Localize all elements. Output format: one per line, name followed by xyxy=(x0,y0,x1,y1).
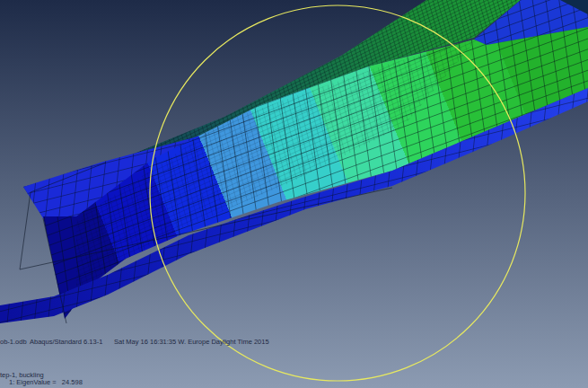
status-datetime: Sat May 16 16:31:35 W. Europe Daylight T… xyxy=(114,339,269,346)
status-product-version: Abaqus/Standard 6.13-1 xyxy=(30,339,102,346)
status-job-name: ob-1.odb xyxy=(0,339,27,346)
model-canvas[interactable] xyxy=(0,0,588,388)
state-eigenvalue-label: 1: EigenValue = 24.598 xyxy=(9,379,83,386)
abaqus-viewport: ob-1.odb Abaqus/Standard 6.13-1 Sat May … xyxy=(0,0,588,388)
